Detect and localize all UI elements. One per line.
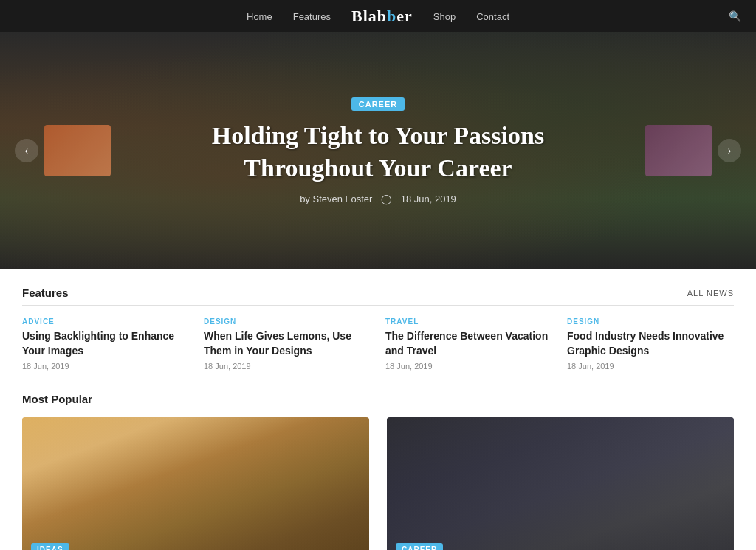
- feature-item-1: DESIGN When Life Gives Lemons, Use Them …: [204, 317, 371, 371]
- features-grid: ADVICE Using Backlighting to Enhance You…: [22, 317, 734, 371]
- feature-item-2: TRAVEL The Difference Between Vacation a…: [385, 317, 552, 371]
- most-popular-title: Most Popular: [22, 393, 734, 405]
- feature-tag-1[interactable]: DESIGN: [204, 317, 371, 326]
- hero-title: Holding Tight to Your Passions Throughou…: [157, 120, 599, 185]
- feature-title-0[interactable]: Using Backlighting to Enhance Your Image…: [22, 329, 189, 358]
- nav-link-home[interactable]: Home: [247, 11, 272, 22]
- features-section: Features ALL NEWS ADVICE Using Backlight…: [0, 269, 756, 385]
- feature-tag-3[interactable]: DESIGN: [567, 317, 734, 326]
- hero-author: by Steven Foster: [300, 193, 372, 204]
- hero-thumb-left: [44, 125, 111, 176]
- hero-section: ‹ › CAREER Holding Tight to Your Passion…: [0, 32, 756, 269]
- feature-item-0: ADVICE Using Backlighting to Enhance You…: [22, 317, 189, 371]
- logo-accent: b: [387, 7, 396, 25]
- popular-card-badge-1[interactable]: CAREER: [396, 543, 443, 550]
- nav-link-contact[interactable]: Contact: [476, 11, 509, 22]
- popular-card-badge-0[interactable]: IDEAS: [31, 543, 69, 550]
- hero-thumb-img-right: [645, 125, 712, 176]
- workshop-overlay: [387, 417, 734, 550]
- feature-title-2[interactable]: The Difference Between Vacation and Trav…: [385, 329, 552, 358]
- hero-badge[interactable]: CAREER: [351, 97, 405, 111]
- popular-card-0: IDEAS On Our Way to Give You the Best Id…: [22, 417, 369, 550]
- feature-title-1[interactable]: When Life Gives Lemons, Use Them in Your…: [204, 329, 371, 358]
- feature-date-3: 18 Jun, 2019: [567, 362, 734, 371]
- feature-date-2: 18 Jun, 2019: [385, 362, 552, 371]
- features-header: Features ALL NEWS: [22, 286, 734, 306]
- popular-card-1: CAREER There Is No Way People Can Take T…: [387, 417, 734, 550]
- site-logo[interactable]: Blabber: [351, 7, 413, 26]
- hero-thumb-right: [645, 125, 712, 176]
- hero-prev-button[interactable]: ‹: [15, 139, 38, 162]
- feature-date-0: 18 Jun, 2019: [22, 362, 189, 371]
- nav-link-features[interactable]: Features: [293, 11, 331, 22]
- features-title: Features: [22, 286, 69, 299]
- feature-title-3[interactable]: Food Industry Needs Innovative Graphic D…: [567, 329, 734, 358]
- nav-links: Home Features Blabber Shop Contact: [247, 7, 509, 26]
- hero-meta-sep: ◯: [381, 193, 392, 204]
- hero-thumb-img-left: [44, 125, 111, 176]
- popular-grid: IDEAS On Our Way to Give You the Best Id…: [22, 417, 734, 550]
- hero-content: CAREER Holding Tight to Your Passions Th…: [157, 97, 599, 204]
- feature-date-1: 18 Jun, 2019: [204, 362, 371, 371]
- feature-tag-2[interactable]: TRAVEL: [385, 317, 552, 326]
- feature-item-3: DESIGN Food Industry Needs Innovative Gr…: [567, 317, 734, 371]
- hero-date: 18 Jun, 2019: [401, 193, 456, 204]
- search-icon[interactable]: 🔍: [729, 10, 741, 23]
- most-popular-section: Most Popular IDEAS On Our Way to Give Yo…: [0, 385, 756, 550]
- nav-link-shop[interactable]: Shop: [433, 11, 456, 22]
- hero-next-button[interactable]: ›: [718, 139, 741, 162]
- popular-card-image-0[interactable]: IDEAS: [22, 417, 369, 550]
- popular-card-image-1[interactable]: CAREER: [387, 417, 734, 550]
- hero-meta: by Steven Foster ◯ 18 Jun, 2019: [157, 193, 599, 204]
- all-news-link[interactable]: ALL NEWS: [687, 289, 734, 298]
- feature-tag-0[interactable]: ADVICE: [22, 317, 189, 326]
- runners-overlay: [22, 417, 369, 550]
- navbar: Home Features Blabber Shop Contact 🔍: [0, 0, 756, 32]
